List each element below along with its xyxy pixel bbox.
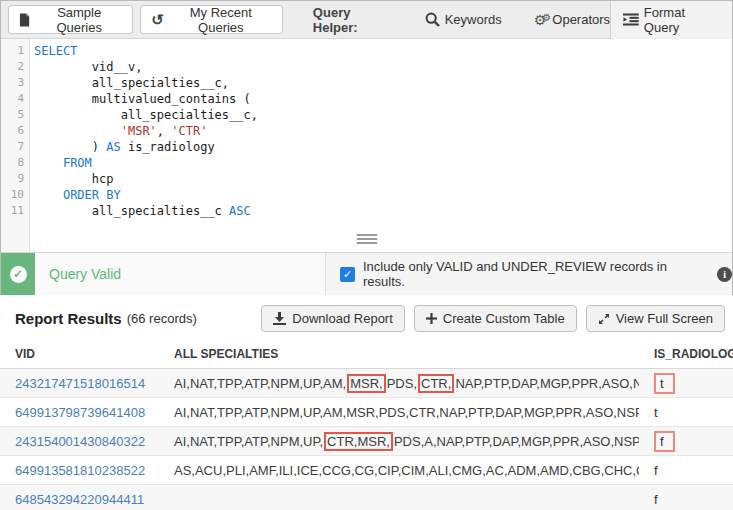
code-text: multivalued_contains (	[30, 91, 251, 107]
format-query-label: Format Query	[644, 5, 718, 35]
highlight-box: MSR,	[347, 374, 386, 393]
code-text: hcp	[30, 171, 113, 187]
code-line: 4 multivalued_contains (	[1, 91, 732, 107]
code-line: 10 ORDER BY	[1, 187, 732, 203]
code-line: 2 vid__v,	[1, 59, 732, 75]
code-line: 5 all_specialties__c,	[1, 107, 732, 123]
specialties-cell	[160, 485, 639, 510]
is-radiology-cell: f	[639, 456, 733, 485]
is-radiology-cell: f	[639, 427, 733, 456]
include-valid-area: ✓ Include only VALID and UNDER_REVIEW re…	[326, 253, 732, 295]
vid-link[interactable]: 243154001430840322	[15, 434, 145, 449]
vid-link[interactable]: 243217471518016514	[15, 376, 145, 391]
is-radiology-cell: t	[639, 369, 733, 398]
code-text: ORDER BY	[30, 187, 121, 203]
code-text: ) AS is_radiology	[30, 139, 215, 155]
code-text: vid__v,	[30, 59, 142, 75]
include-valid-checkbox[interactable]: ✓	[340, 267, 355, 282]
code-text: SELECT	[30, 43, 77, 59]
line-number: 5	[1, 107, 30, 123]
records-count: (66 records)	[127, 311, 197, 326]
operators-label: Operators	[552, 12, 610, 27]
query-toolbar: Sample Queries ↺ My Recent Queries Query…	[1, 1, 732, 39]
sql-code: 1SELECT2 vid__v,3 all_specialties__c,4 m…	[1, 39, 732, 219]
format-query-area: Format Query	[610, 1, 732, 39]
report-results-title: Report Results	[15, 310, 122, 327]
query-valid-indicator: ✓	[1, 253, 35, 295]
download-report-label: Download Report	[292, 311, 392, 326]
code-line: 3 all_specialties__c,	[1, 75, 732, 91]
highlight-box: CTR,	[418, 374, 454, 393]
file-icon	[19, 13, 30, 27]
view-full-screen-button[interactable]: View Full Screen	[586, 305, 725, 332]
is-radiology-cell: f	[639, 485, 733, 510]
create-custom-table-label: Create Custom Table	[443, 311, 565, 326]
code-line: 7 ) AS is_radiology	[1, 139, 732, 155]
expand-icon	[598, 313, 610, 325]
specialties-cell: AI,NAT,TPP,ATP,NPM,UP,AM,MSR,PDS,CTR,NAP…	[160, 369, 639, 398]
line-number: 4	[1, 91, 30, 107]
query-editor-panel: Sample Queries ↺ My Recent Queries Query…	[0, 0, 733, 295]
table-row: 649913798739641408AI,NAT,TPP,ATP,NPM,UP,…	[0, 398, 733, 427]
query-helper-label: Query Helper:	[313, 5, 393, 35]
code-line: 9 hcp	[1, 171, 732, 187]
vid-link[interactable]: 649913581810238522	[15, 463, 145, 478]
keywords-button[interactable]: Keywords	[425, 12, 502, 27]
code-text: 'MSR', 'CTR'	[30, 123, 207, 139]
line-number: 11	[1, 203, 30, 219]
search-icon	[425, 12, 440, 27]
line-number: 2	[1, 59, 30, 75]
table-row: 648543294220944411f	[0, 485, 733, 510]
code-line: 8 FROM	[1, 155, 732, 171]
line-number: 9	[1, 171, 30, 187]
vid-cell: 243154001430840322	[0, 427, 160, 456]
query-valid-status: Query Valid	[35, 253, 325, 295]
report-results-section: Report Results (66 records) Download Rep…	[0, 295, 733, 510]
download-report-button[interactable]: Download Report	[261, 305, 404, 332]
code-line: 1SELECT	[1, 43, 732, 59]
line-number: 6	[1, 123, 30, 139]
plus-icon	[426, 313, 437, 324]
line-number: 10	[1, 187, 30, 203]
my-recent-queries-label: My Recent Queries	[170, 5, 272, 35]
specialties-cell: AI,NAT,TPP,ATP,NPM,UP,AM,MSR,PDS,CTR,NAP…	[160, 398, 639, 427]
vid-link[interactable]: 648543294220944411	[15, 492, 144, 507]
my-recent-queries-button[interactable]: ↺ My Recent Queries	[140, 5, 283, 34]
view-full-screen-label: View Full Screen	[616, 311, 713, 326]
column-header: ALL SPECIALTIES	[160, 340, 639, 369]
info-icon[interactable]: i	[717, 267, 732, 282]
format-query-button[interactable]: Format Query	[623, 5, 718, 35]
results-table-header-row: VIDALL SPECIALTIESIS_RADIOLOGY	[0, 340, 733, 369]
column-header: VID	[0, 340, 160, 369]
table-row: 243217471518016514AI,NAT,TPP,ATP,NPM,UP,…	[0, 369, 733, 398]
is-radiology-cell: t	[639, 398, 733, 427]
keywords-label: Keywords	[445, 12, 502, 27]
vid-cell: 649913798739641408	[0, 398, 160, 427]
code-text: all_specialties__c ASC	[30, 203, 251, 219]
editor-resize-handle[interactable]	[356, 232, 377, 246]
include-valid-label: Include only VALID and UNDER_REVIEW reco…	[363, 259, 703, 289]
query-status-bar: ✓ Query Valid ✓ Include only VALID and U…	[1, 252, 732, 295]
vid-cell: 243217471518016514	[0, 369, 160, 398]
report-results-header: Report Results (66 records) Download Rep…	[0, 295, 733, 340]
sample-queries-button[interactable]: Sample Queries	[8, 5, 133, 34]
sql-editor[interactable]: 1SELECT2 vid__v,3 all_specialties__c,4 m…	[1, 39, 732, 252]
specialties-cell: AS,ACU,PLI,AMF,ILI,ICE,CCG,CG,CIP,CIM,AL…	[160, 456, 639, 485]
check-circle-icon: ✓	[10, 266, 27, 283]
history-icon: ↺	[151, 11, 164, 29]
line-number: 1	[1, 43, 30, 59]
code-text: all_specialties__c,	[30, 107, 258, 123]
highlight-box: t	[654, 373, 675, 394]
code-text: all_specialties__c,	[30, 75, 229, 91]
indent-icon	[623, 13, 639, 26]
operators-button[interactable]: ⚙⚙ Operators	[534, 12, 610, 28]
create-custom-table-button[interactable]: Create Custom Table	[414, 305, 577, 332]
line-number: 8	[1, 155, 30, 171]
download-icon	[273, 312, 286, 325]
highlight-box: f	[654, 431, 675, 452]
table-row: 649913581810238522AS,ACU,PLI,AMF,ILI,ICE…	[0, 456, 733, 485]
code-line: 11 all_specialties__c ASC	[1, 203, 732, 219]
vid-cell: 648543294220944411	[0, 485, 160, 510]
code-line: 6 'MSR', 'CTR'	[1, 123, 732, 139]
vid-link[interactable]: 649913798739641408	[15, 405, 145, 420]
